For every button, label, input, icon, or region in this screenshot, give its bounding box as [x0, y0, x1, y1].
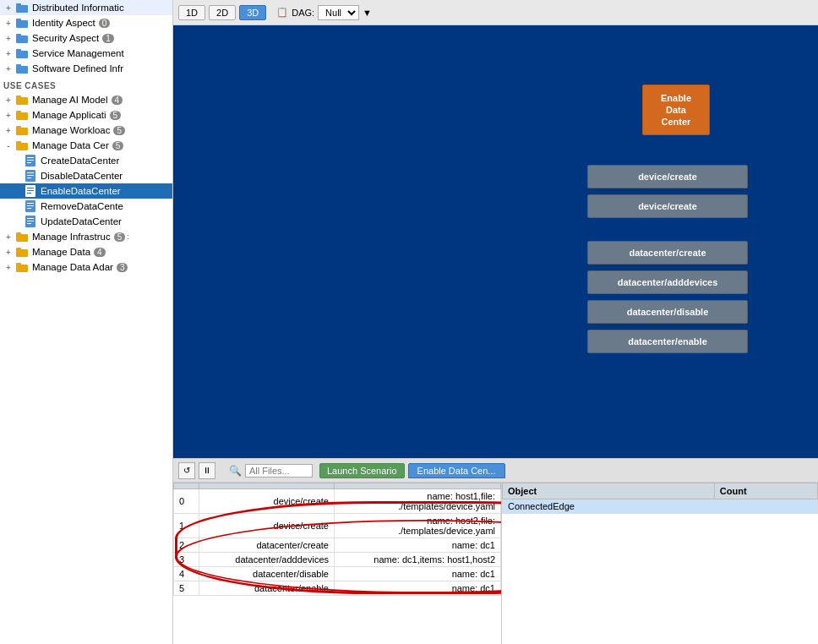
badge: 5 [112, 141, 124, 150]
expand-icon[interactable]: + [3, 95, 14, 105]
cell-params: name: dc1 [335, 581, 501, 596]
sidebar-item-manage-workload[interactable]: + Manage Workloac 5 [0, 123, 172, 138]
search-icon: 🔍 [229, 465, 242, 477]
cell-operation: device/create [199, 489, 335, 514]
sidebar-item-service-mgmt[interactable]: + Service Management [0, 46, 172, 61]
expand-icon[interactable]: + [3, 110, 14, 120]
svg-rect-11 [16, 96, 21, 98]
expand-icon[interactable]: - [3, 140, 14, 150]
sidebar-item-identity[interactable]: + Identity Aspect 0 [0, 15, 172, 30]
badge: 0 [99, 19, 111, 28]
sidebar-item-manage-app[interactable]: + Manage Applicati 5 [0, 107, 172, 123]
svg-rect-25 [27, 177, 31, 178]
svg-rect-12 [16, 112, 28, 120]
cell-operation: datacenter/adddevices [199, 553, 335, 567]
cell-index: 0 [174, 489, 199, 514]
folder-icon [15, 95, 29, 105]
cell-params: name: dc1 [335, 538, 501, 553]
launch-button[interactable]: Launch Scenario [319, 463, 405, 478]
bottom-panel: ↺ ⏸ 🔍 Launch Scenario Enable Data Cen... [173, 458, 818, 644]
sidebar-item-label: Distributed Informatic [32, 3, 124, 13]
search-input[interactable] [245, 464, 313, 478]
bottom-tabs: ↺ ⏸ 🔍 Launch Scenario Enable Data Cen... [173, 459, 818, 483]
cell-operation: datacenter/disable [199, 567, 335, 581]
sidebar-item-label: DisableDataCenter [41, 171, 123, 181]
section-label: USE CASES [0, 76, 172, 92]
node-datacenter-adddevices[interactable]: datacenter/adddevices [587, 270, 748, 294]
svg-rect-14 [16, 128, 28, 135]
node-device-create-1[interactable]: device/create [587, 165, 748, 188]
cell-operation: datacenter/enable [199, 581, 335, 596]
col-operation [199, 483, 335, 489]
dag-dropdown-icon[interactable]: ▼ [363, 8, 372, 18]
folder-icon [15, 110, 29, 120]
expand-icon[interactable]: + [3, 63, 14, 74]
btn-2d[interactable]: 2D [209, 5, 236, 20]
badge: 4 [94, 248, 106, 257]
badge: 1 [102, 34, 114, 43]
sidebar-item-update-dc[interactable]: UpdateDataCenter [0, 214, 172, 229]
sidebar-item-manage-data-ada[interactable]: + Manage Data Adar 3 [0, 259, 172, 275]
node-datacenter-disable[interactable]: datacenter/disable [587, 300, 748, 324]
sidebar-item-manage-infra[interactable]: + Manage Infrastruc 5 : [0, 229, 172, 244]
btn-1d[interactable]: 1D [178, 5, 205, 20]
expand-icon[interactable]: + [3, 262, 14, 272]
expand-icon[interactable]: + [3, 48, 14, 58]
svg-rect-2 [16, 20, 28, 28]
sidebar-item-label: Manage AI Model [32, 95, 108, 105]
right-table-row[interactable]: ConnectedEdge [503, 499, 818, 514]
dag-selector: 📋 DAG: Null ▼ [276, 5, 372, 20]
dag-select[interactable]: Null [318, 5, 359, 20]
node-datacenter-enable[interactable]: datacenter/enable [587, 330, 748, 353]
sidebar-item-create-dc[interactable]: CreateDataCenter [0, 153, 172, 168]
svg-rect-19 [27, 157, 34, 158]
pause-button[interactable]: ⏸ [199, 462, 215, 479]
svg-rect-43 [16, 263, 21, 265]
node-device-create-2[interactable]: device/create [587, 194, 748, 218]
sidebar-item-manage-data[interactable]: + Manage Data 4 [0, 244, 172, 259]
table-row[interactable]: 1 device/create name: host2,file: ./temp… [174, 514, 501, 538]
table-row[interactable]: 5 datacenter/enable name: dc1 [174, 581, 501, 596]
sidebar-item-disable-dc[interactable]: DisableDataCenter [0, 168, 172, 183]
expand-icon[interactable]: + [3, 33, 14, 43]
expand-icon[interactable]: + [3, 3, 14, 13]
svg-rect-40 [16, 249, 28, 257]
svg-rect-33 [27, 208, 31, 209]
table-row[interactable]: 0 device/create name: host1,file: ./temp… [174, 489, 501, 514]
active-tab[interactable]: Enable Data Cen... [408, 463, 505, 478]
sidebar-item-enable-dc[interactable]: EnableDataCenter [0, 183, 172, 199]
folder-icon [15, 140, 29, 150]
sidebar-item-manage-ai[interactable]: + Manage AI Model 4 [0, 92, 172, 107]
cell-index: 4 [174, 567, 199, 581]
sidebar-item-security[interactable]: + Security Aspect 1 [0, 30, 172, 46]
folder-icon [15, 63, 29, 74]
sidebar-item-remove-dc[interactable]: RemoveDataCente [0, 199, 172, 214]
canvas-area: 1D 2D 3D 📋 DAG: Null ▼ EnableDataCenter … [173, 0, 818, 644]
refresh-button[interactable]: ↺ [178, 462, 195, 479]
table-row[interactable]: 2 datacenter/create name: dc1 [174, 538, 501, 553]
dag-icon: 📋 [276, 7, 288, 18]
table-row[interactable]: 3 datacenter/adddevices name: dc1,items:… [174, 553, 501, 567]
sidebar-item-software-defined[interactable]: + Software Defined Infr [0, 61, 172, 76]
svg-rect-31 [27, 203, 34, 204]
main-node[interactable]: EnableDataCenter [642, 85, 710, 135]
doc-icon [24, 201, 37, 211]
table-row[interactable]: 4 datacenter/disable name: dc1 [174, 567, 501, 581]
svg-rect-5 [16, 34, 21, 36]
expand-icon[interactable]: + [3, 232, 14, 242]
sidebar-item-manage-datacenter[interactable]: - Manage Data Cer 5 [0, 138, 172, 153]
node-datacenter-create[interactable]: datacenter/create [587, 241, 748, 265]
sidebar-item-label: RemoveDataCente [41, 201, 123, 211]
btn-3d[interactable]: 3D [239, 5, 266, 20]
expand-icon[interactable]: + [3, 125, 14, 135]
sidebar-item-label: Manage Data Adar [32, 262, 113, 272]
canvas: EnableDataCenter device/create device/cr… [173, 25, 818, 458]
expand-icon[interactable]: + [3, 18, 14, 28]
expand-icon[interactable]: + [3, 247, 14, 257]
sidebar-item-distributed[interactable]: + Distributed Informatic [0, 0, 172, 15]
sidebar-item-label: Identity Aspect [32, 18, 95, 28]
folder-icon [15, 48, 29, 58]
svg-rect-42 [16, 265, 28, 272]
svg-rect-28 [27, 190, 34, 191]
cell-params: name: dc1,items: host1,host2 [335, 553, 501, 567]
